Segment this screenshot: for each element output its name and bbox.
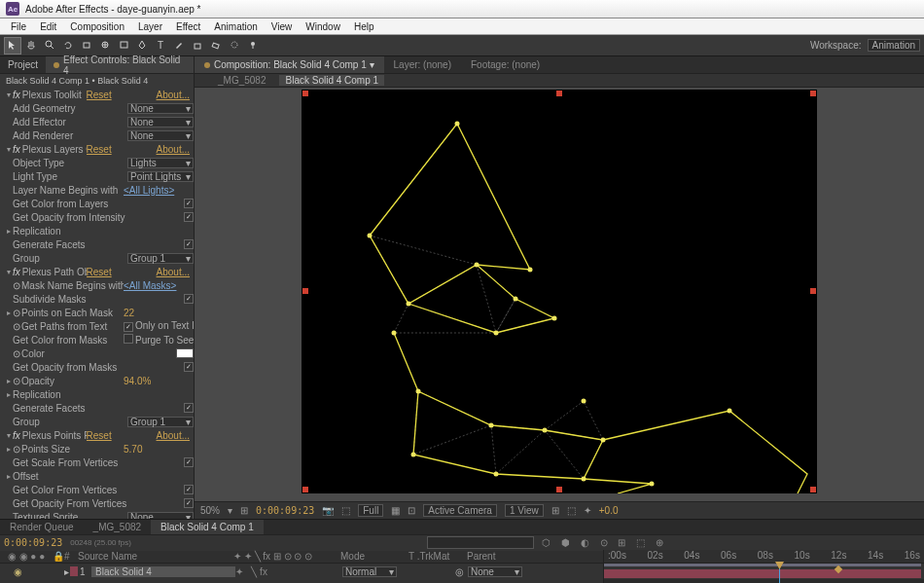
cb-color-masks[interactable] [124,334,133,344]
zoom-tool[interactable] [41,37,58,55]
work-area-bar[interactable] [604,564,921,566]
col-trkmat[interactable]: T .TrkMat [409,551,467,564]
workspace-dropdown[interactable]: Animation [868,39,920,52]
reset-link[interactable]: Reset [87,267,157,277]
cb-color-vert[interactable]: ✓ [184,485,194,494]
dd-add-effector[interactable]: None▾ [127,117,194,128]
param-replication2[interactable]: Replication [13,389,194,400]
reset-link[interactable]: Reset [87,430,157,441]
menu-animation[interactable]: Animation [207,21,264,32]
grid-icon[interactable]: ⊞ [240,505,248,516]
clone-tool[interactable] [189,37,206,55]
dd-add-geometry[interactable]: None▾ [127,103,194,114]
cb-subdivide[interactable]: ✓ [184,294,194,304]
pan-behind-tool[interactable] [96,37,114,55]
dd-group2[interactable]: Group 1▾ [127,417,194,427]
fx-layers-title[interactable]: Plexus Layers Object [22,144,87,155]
footage-tab[interactable]: Footage: (none) [461,56,550,73]
menu-effect[interactable]: Effect [169,21,207,32]
resolution-dropdown[interactable]: Full [358,504,383,517]
val-layer-name[interactable]: <All Lights> [124,185,194,196]
param-group2: Group [13,417,127,427]
timeline-search[interactable] [427,536,534,549]
effect-controls-tab[interactable]: Effect Controls: Black Solid 4 [46,56,194,73]
dd-add-renderer[interactable]: None▾ [127,130,194,141]
col-parent[interactable]: Parent [467,551,535,564]
timeline-ruler[interactable]: :00s02s04s06s08s10s12s14s16s [603,550,924,583]
val-mask-name[interactable]: <All Masks> [124,280,194,291]
camera-dropdown[interactable]: Active Camera [423,504,497,517]
dd-sprite[interactable]: None▾ [127,512,194,520]
menu-file[interactable]: File [4,21,33,32]
param-offset[interactable]: Offset [13,471,194,482]
composition-canvas[interactable] [302,90,817,493]
type-tool[interactable]: T [152,37,169,55]
layer-tab[interactable]: Layer: (none) [384,56,461,73]
col-source[interactable]: Source Name [78,551,233,564]
fx-points-title[interactable]: Plexus Points Renderer [22,430,87,441]
param-gen-facets2: Generate Facets [13,403,184,414]
reset-link[interactable]: Reset [87,144,157,155]
color-swatch[interactable] [176,348,194,358]
menu-view[interactable]: View [265,21,300,32]
current-timecode[interactable]: 0:00:09:23 [4,537,62,548]
val-points-mask[interactable]: 22 [124,308,194,318]
menu-help[interactable]: Help [347,21,381,32]
brush-tool[interactable] [170,37,188,55]
views-dropdown[interactable]: 1 View [505,504,544,517]
dd-light-type[interactable]: Point Lights▾ [127,171,194,182]
hand-tool[interactable] [22,37,40,55]
cb-gen-facets2[interactable]: ✓ [184,403,194,413]
timeline-comp-tab[interactable]: Black Solid 4 Comp 1 [151,520,264,534]
pin-tool[interactable] [244,37,262,55]
about-link[interactable]: About... [157,430,194,441]
roto-tool[interactable] [226,37,243,55]
menu-edit[interactable]: Edit [33,21,63,32]
about-link[interactable]: About... [157,267,194,277]
layer-parent-dd[interactable]: None▾ [468,566,522,577]
dd-group[interactable]: Group 1▾ [127,253,194,264]
camera-tool[interactable] [78,37,95,55]
cb-get-color-layers[interactable]: ✓ [184,199,194,208]
cb-opacity-masks[interactable]: ✓ [184,362,194,372]
viewer-timecode[interactable]: 0:00:09:23 [256,505,314,516]
selection-tool[interactable] [4,37,21,55]
menu-layer[interactable]: Layer [131,21,169,32]
cb-scale-vert[interactable]: ✓ [184,457,194,467]
snapshot-icon[interactable]: 📷 [322,505,334,516]
fx-path-title[interactable]: Plexus Path Object [22,267,87,277]
composition-tab[interactable]: Composition: Black Solid 4 Comp 1 ▾ [195,56,384,73]
param-replication[interactable]: Replication [13,226,194,237]
about-link[interactable]: About... [157,144,194,155]
menu-composition[interactable]: Composition [63,21,131,32]
project-tab[interactable]: Project [0,56,46,73]
subcomp-2[interactable]: Black Solid 4 Comp 1 [279,75,384,86]
menu-window[interactable]: Window [299,21,347,32]
layer-mode-dd[interactable]: Normal▾ [342,566,397,577]
cb-gen-facets[interactable]: ✓ [184,239,194,249]
cb-get-opacity[interactable]: ✓ [184,212,194,222]
exposure-value[interactable]: +0.0 [599,505,619,516]
about-link[interactable]: About... [157,90,194,100]
svg-point-28 [728,409,732,414]
col-mode[interactable]: Mode [340,551,409,564]
eraser-tool[interactable] [207,37,225,55]
layer-name[interactable]: Black Solid 4 [91,566,235,577]
fx-toolkit-title[interactable]: Plexus Toolkit [22,90,87,100]
subcomp-1[interactable]: _MG_5082 [218,75,266,86]
pen-tool[interactable] [133,37,151,55]
reset-link[interactable]: Reset [87,90,157,100]
layer-duration-bar[interactable] [604,569,921,578]
rotation-tool[interactable] [59,37,77,55]
dd-object-type[interactable]: Lights▾ [127,158,194,168]
val-opacity[interactable]: 94.0% [124,376,194,386]
cb-paths-text[interactable]: ✓ [124,322,133,332]
rectangle-tool[interactable] [115,37,132,55]
param-points-mask: Points on Each Mask [21,308,124,318]
current-time-indicator[interactable] [779,564,780,583]
timeline-mg-tab[interactable]: _MG_5082 [84,520,151,534]
render-queue-tab[interactable]: Render Queue [0,520,84,534]
val-points-size[interactable]: 5.70 [124,444,194,455]
cb-opacity-vert[interactable]: ✓ [184,498,194,508]
zoom-dropdown[interactable]: 50% [200,505,220,516]
